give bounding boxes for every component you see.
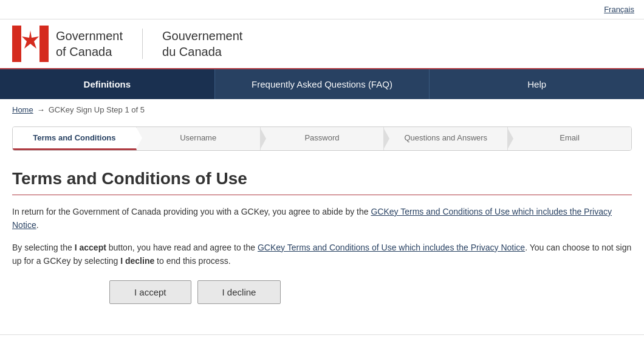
date-modified-label: Date modified: xyxy=(12,347,63,349)
breadcrumb: Home → GCKey Sign Up Step 1 of 5 xyxy=(0,99,644,120)
nav-item-definitions[interactable]: Definitions xyxy=(0,69,215,99)
para1-pre: In return for the Government of Canada p… xyxy=(12,207,371,216)
accept-button[interactable]: I accept xyxy=(109,280,191,304)
para1-post: . xyxy=(36,220,39,230)
breadcrumb-home[interactable]: Home xyxy=(12,105,33,114)
main-nav: Definitions Frequently Asked Questions (… xyxy=(0,69,644,99)
page-title: Terms and Conditions of Use xyxy=(12,169,632,195)
gov-name-en: Governmentof Canada xyxy=(56,28,123,60)
paragraph-2: By selecting the I accept button, you ha… xyxy=(12,241,632,268)
canada-flag-icon xyxy=(12,26,49,62)
paragraph-1: In return for the Government of Canada p… xyxy=(12,205,632,232)
para2-post: to end this process. xyxy=(154,256,230,266)
top-bar: Français xyxy=(0,0,644,19)
breadcrumb-separator: → xyxy=(37,105,45,114)
svg-rect-0 xyxy=(12,26,21,62)
language-toggle[interactable]: Français xyxy=(604,5,634,14)
step-password[interactable]: Password xyxy=(261,127,385,150)
step-terms[interactable]: Terms and Conditions xyxy=(13,127,137,150)
header: Governmentof Canada Gouvernementdu Canad… xyxy=(0,19,644,69)
para2-bold-accept: I accept xyxy=(75,243,106,252)
para2-link[interactable]: GCKey Terms and Conditions of Use which … xyxy=(258,243,525,252)
logo-area: Governmentof Canada Gouvernementdu Canad… xyxy=(12,26,242,62)
para2-mid: button, you have read and agree to the xyxy=(106,243,258,252)
button-row: I accept I decline xyxy=(109,280,632,304)
step-username[interactable]: Username xyxy=(137,127,261,150)
gov-name-fr: Gouvernementdu Canada xyxy=(162,28,242,60)
decline-button[interactable]: I decline xyxy=(197,280,281,304)
nav-item-help[interactable]: Help xyxy=(430,69,644,99)
main-content: Terms and Conditions of Use In return fo… xyxy=(0,157,644,322)
svg-rect-1 xyxy=(39,26,49,62)
step-qa[interactable]: Questions and Answers xyxy=(384,127,508,150)
steps-bar: Terms and Conditions Username Password Q… xyxy=(12,126,632,151)
footer: Date modified: 2022-06-01 xyxy=(0,334,644,349)
nav-item-faq[interactable]: Frequently Asked Questions (FAQ) xyxy=(215,69,430,99)
date-modified-value: 2022-06-01 xyxy=(65,347,106,349)
para2-bold-decline: I decline xyxy=(120,256,154,266)
header-separator xyxy=(142,29,143,59)
para2-pre: By selecting the xyxy=(12,243,75,252)
breadcrumb-current: GCKey Sign Up Step 1 of 5 xyxy=(49,105,145,114)
step-email[interactable]: Email xyxy=(508,127,631,150)
